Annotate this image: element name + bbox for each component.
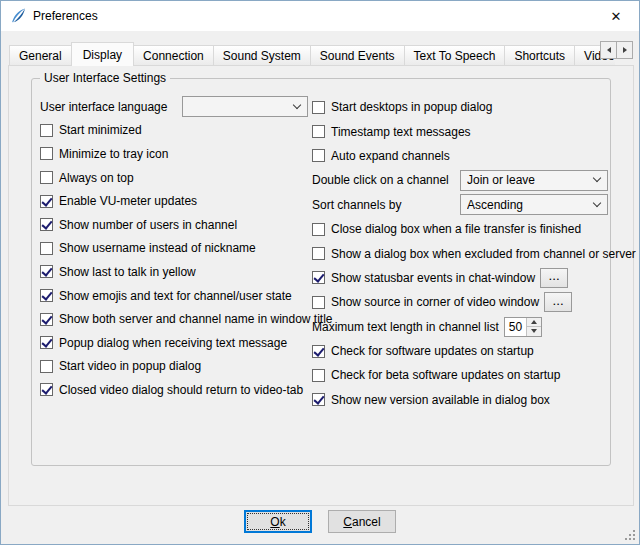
titlebar: Preferences ✕	[1, 1, 639, 31]
tab-scroll-right-button[interactable]	[616, 41, 633, 59]
left-column: User interface language Start minimized …	[40, 95, 308, 402]
checkbox-close-filetransfer-dialog[interactable]: Close dialog box when a file transfer is…	[312, 217, 608, 241]
checkbox-box[interactable]	[40, 313, 53, 326]
checkbox-box[interactable]	[40, 383, 53, 396]
spinner-up-button[interactable]	[527, 318, 541, 328]
checkbox-popup-text-message[interactable]: Popup dialog when receiving text message	[40, 331, 308, 355]
tab-general[interactable]: General	[9, 45, 72, 66]
chevron-down-icon	[593, 174, 601, 182]
max-text-length-label: Maximum text length in channel list	[312, 320, 499, 334]
sort-channels-dropdown[interactable]: Ascending	[460, 194, 608, 215]
checkbox-box[interactable]	[40, 242, 53, 255]
checkbox-excluded-dialog[interactable]: Show a dialog box when excluded from cha…	[312, 241, 608, 265]
checkbox-desktops-popup[interactable]: Start desktops in popup dialog	[312, 95, 608, 119]
checkbox-check-updates[interactable]: Check for software updates on startup	[312, 339, 608, 363]
checkbox-box[interactable]	[40, 336, 53, 349]
statusbar-events-browse-button[interactable]: ...	[540, 268, 568, 288]
right-column: Start desktops in popup dialog Timestamp…	[312, 95, 608, 412]
checkbox-show-user-count[interactable]: Show number of users in channel	[40, 213, 308, 237]
tab-display[interactable]: Display	[71, 42, 134, 66]
checkbox-box[interactable]	[312, 223, 325, 236]
close-button[interactable]: ✕	[593, 1, 639, 31]
checkbox-show-username[interactable]: Show username instead of nickname	[40, 237, 308, 261]
chevron-down-icon	[293, 101, 301, 109]
checkbox-box[interactable]	[312, 101, 325, 114]
statusbar-events-row: Show statusbar events in chat-window ...	[312, 266, 608, 290]
checkbox-box[interactable]	[40, 218, 53, 231]
checkbox-box[interactable]	[312, 125, 325, 138]
video-source-row: Show source in corner of video window ..…	[312, 290, 608, 314]
checkbox-box[interactable]	[312, 247, 325, 260]
checkbox-new-version-dialog[interactable]: Show new version available in dialog box	[312, 388, 608, 412]
preferences-window: Preferences ✕ General Display Connection…	[0, 0, 640, 545]
tab-scroll-control	[600, 41, 633, 59]
checkbox-box[interactable]	[40, 265, 53, 278]
chevron-down-icon	[593, 199, 601, 207]
app-icon	[10, 8, 26, 24]
sort-channels-row: Sort channels by Ascending	[312, 193, 608, 217]
language-dropdown[interactable]	[182, 96, 308, 117]
dialog-buttons: Ok Cancel	[1, 510, 639, 533]
spinner-down-button[interactable]	[527, 327, 541, 336]
checkbox-box[interactable]	[40, 360, 53, 373]
arrow-left-icon	[607, 47, 611, 53]
double-click-label: Double click on a channel	[312, 173, 449, 187]
tab-shortcuts[interactable]: Shortcuts	[504, 45, 575, 66]
checkbox-video-return-tab[interactable]: Closed video dialog should return to vid…	[40, 378, 308, 402]
tab-bar: General Display Connection Sound System …	[9, 41, 615, 66]
checkbox-video-source-corner[interactable]	[312, 296, 325, 309]
checkbox-box[interactable]	[40, 289, 53, 302]
checkbox-box[interactable]	[40, 195, 53, 208]
checkbox-always-on-top[interactable]: Always on top	[40, 166, 308, 190]
max-text-length-row: Maximum text length in channel list 50	[312, 315, 608, 339]
close-icon: ✕	[611, 9, 622, 24]
tab-connection[interactable]: Connection	[133, 45, 214, 66]
double-click-row: Double click on a channel Join or leave	[312, 168, 608, 192]
checkbox-check-beta-updates[interactable]: Check for beta software updates on start…	[312, 363, 608, 387]
window-title: Preferences	[33, 9, 98, 23]
tab-sound-events[interactable]: Sound Events	[310, 45, 405, 66]
group-title: User Interface Settings	[40, 71, 170, 85]
tab-scroll-left-button[interactable]	[600, 41, 617, 59]
arrow-right-icon	[623, 47, 627, 53]
checkbox-box[interactable]	[312, 345, 325, 358]
user-interface-settings-group: User Interface Settings User interface l…	[31, 78, 611, 466]
arrow-up-icon	[531, 320, 537, 324]
checkbox-box[interactable]	[312, 393, 325, 406]
max-text-length-spinner[interactable]: 50	[504, 317, 542, 337]
video-source-browse-button[interactable]: ...	[544, 292, 572, 312]
checkbox-minimize-to-tray[interactable]: Minimize to tray icon	[40, 142, 308, 166]
sort-channels-label: Sort channels by	[312, 198, 401, 212]
checkbox-box[interactable]	[40, 124, 53, 137]
language-row: User interface language	[40, 95, 308, 119]
language-label: User interface language	[40, 100, 167, 114]
checkbox-last-talk-yellow[interactable]: Show last to talk in yellow	[40, 260, 308, 284]
tab-sound-system[interactable]: Sound System	[213, 45, 311, 66]
checkbox-box[interactable]	[312, 149, 325, 162]
tab-text-to-speech[interactable]: Text To Speech	[404, 45, 506, 66]
checkbox-auto-expand-channels[interactable]: Auto expand channels	[312, 144, 608, 168]
double-click-channel-dropdown[interactable]: Join or leave	[460, 170, 608, 191]
checkbox-start-minimized[interactable]: Start minimized	[40, 119, 308, 143]
checkbox-enable-vu-meter[interactable]: Enable VU-meter updates	[40, 189, 308, 213]
ok-button[interactable]: Ok	[244, 510, 312, 533]
checkbox-box[interactable]	[40, 171, 53, 184]
arrow-down-icon	[531, 329, 537, 333]
checkbox-statusbar-events[interactable]	[312, 271, 325, 284]
checkbox-video-popup[interactable]: Start video in popup dialog	[40, 355, 308, 379]
checkbox-timestamp-messages[interactable]: Timestamp text messages	[312, 119, 608, 143]
display-tab-page: User Interface Settings User interface l…	[8, 65, 634, 506]
cancel-button[interactable]: Cancel	[328, 510, 396, 533]
checkbox-box[interactable]	[40, 147, 53, 160]
checkbox-box[interactable]	[312, 369, 325, 382]
checkbox-show-emojis[interactable]: Show emojis and text for channel/user st…	[40, 284, 308, 308]
checkbox-server-channel-title[interactable]: Show both server and channel name in win…	[40, 307, 308, 331]
